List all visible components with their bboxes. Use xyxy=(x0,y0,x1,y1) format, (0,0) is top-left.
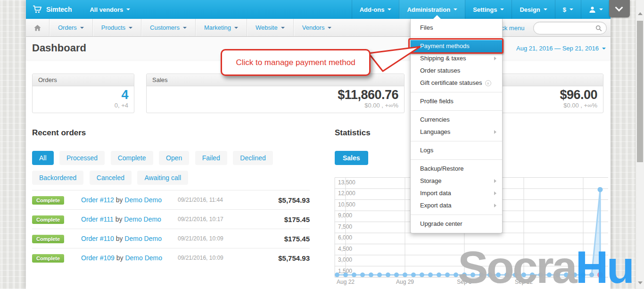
screen: 1,5003,0004,5006,0007,5009,00010,50012,0… xyxy=(0,0,644,289)
scroll-down-arrow[interactable] xyxy=(638,281,643,284)
annotation-text: Click to manage payment method xyxy=(236,58,355,67)
annotation-arrow xyxy=(26,0,611,289)
admin-page: 1,5003,0004,5006,0007,5009,00010,50012,0… xyxy=(26,0,611,289)
vertical-scrollbar xyxy=(636,0,644,289)
annotation-callout: Click to manage payment method xyxy=(221,49,371,76)
chevron-down-icon xyxy=(615,4,623,12)
collapse-toolbar-tab[interactable] xyxy=(609,0,630,17)
scrollbar-thumb[interactable] xyxy=(637,21,643,162)
scroll-up-arrow[interactable] xyxy=(638,12,643,15)
